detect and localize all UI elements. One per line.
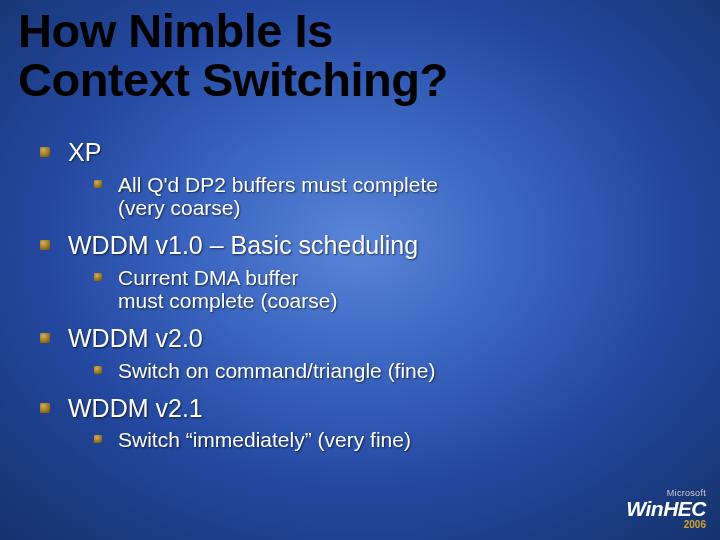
subbullet-text: Switch “immediately” (very fine) xyxy=(118,428,411,451)
slide-title: How Nimble Is Context Switching? xyxy=(18,6,448,105)
bullet-xp: XP xyxy=(40,138,660,167)
bullet-wddm-v2-0: WDDM v2.0 xyxy=(40,324,660,353)
subbullet-wddm-v1-detail: Current DMA buffer must complete (coarse… xyxy=(94,266,660,312)
slide: How Nimble Is Context Switching? XP All … xyxy=(0,0,720,540)
subbullet-text-line1: Current DMA buffer xyxy=(118,266,299,289)
logo-year: 2006 xyxy=(626,520,706,530)
subbullet-text-line2: must complete (coarse) xyxy=(118,289,337,312)
subbullet-text: Switch on command/triangle (fine) xyxy=(118,359,435,382)
bullet-text: WDDM v2.0 xyxy=(68,324,203,352)
bullet-text: WDDM v1.0 – Basic scheduling xyxy=(68,231,418,259)
bullet-text: WDDM v2.1 xyxy=(68,394,203,422)
slide-content: XP All Q'd DP2 buffers must complete (ve… xyxy=(40,126,660,462)
logo-event: WinHEC xyxy=(626,498,706,519)
subbullet-wddm-v2-0-detail: Switch on command/triangle (fine) xyxy=(94,359,660,382)
subbullet-wddm-v2-1-detail: Switch “immediately” (very fine) xyxy=(94,428,660,451)
subbullet-text-line1: All Q'd DP2 buffers must complete xyxy=(118,173,438,196)
title-line-2: Context Switching? xyxy=(18,53,448,106)
subbullet-xp-detail: All Q'd DP2 buffers must complete (very … xyxy=(94,173,660,219)
winhec-logo: Microsoft WinHEC 2006 xyxy=(626,489,706,530)
bullet-text: XP xyxy=(68,138,101,166)
subbullet-text-line2: (very coarse) xyxy=(118,196,241,219)
bullet-wddm-v2-1: WDDM v2.1 xyxy=(40,394,660,423)
bullet-wddm-v1: WDDM v1.0 – Basic scheduling xyxy=(40,231,660,260)
title-line-1: How Nimble Is xyxy=(18,4,333,57)
